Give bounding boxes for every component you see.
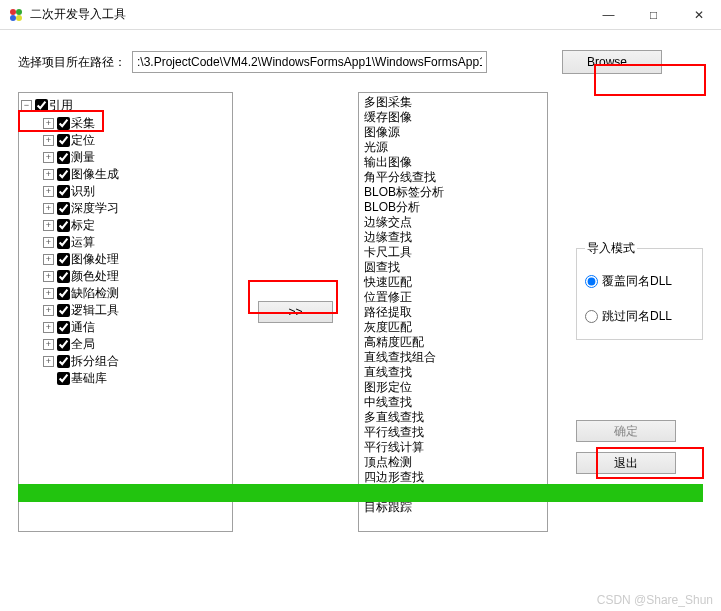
tree-item[interactable]: +图像生成 — [43, 166, 230, 183]
expand-icon[interactable]: + — [43, 152, 54, 163]
tree-item-label: 全局 — [71, 336, 95, 353]
list-item[interactable]: 直线查找组合 — [361, 350, 545, 365]
expand-icon[interactable]: + — [43, 237, 54, 248]
expand-icon[interactable]: + — [43, 356, 54, 367]
tree-item-checkbox[interactable] — [57, 185, 70, 198]
path-label: 选择项目所在路径： — [18, 54, 126, 71]
list-item[interactable]: 路径提取 — [361, 305, 545, 320]
list-item[interactable]: BLOB标签分析 — [361, 185, 545, 200]
svg-point-3 — [16, 15, 22, 21]
list-item[interactable]: 圆查找 — [361, 260, 545, 275]
maximize-button[interactable]: □ — [631, 0, 676, 29]
list-item[interactable]: 多直线查找 — [361, 410, 545, 425]
tree-item[interactable]: +全局 — [43, 336, 230, 353]
list-item[interactable]: 图像源 — [361, 125, 545, 140]
tree-item-checkbox[interactable] — [57, 219, 70, 232]
tree-item-checkbox[interactable] — [57, 168, 70, 181]
tree-item-checkbox[interactable] — [57, 202, 70, 215]
tree-item[interactable]: +通信 — [43, 319, 230, 336]
tree-item[interactable]: +逻辑工具 — [43, 302, 230, 319]
radio-overwrite[interactable]: 覆盖同名DLL — [585, 273, 694, 290]
tree-item[interactable]: +识别 — [43, 183, 230, 200]
list-item[interactable]: 光源 — [361, 140, 545, 155]
radio-skip-input[interactable] — [585, 310, 598, 323]
move-right-button[interactable]: >> — [258, 301, 333, 323]
tree-item-label: 缺陷检测 — [71, 285, 119, 302]
exit-button[interactable]: 退出 — [576, 452, 676, 474]
tree-item-checkbox[interactable] — [57, 151, 70, 164]
selected-list[interactable]: 多图采集缓存图像图像源光源输出图像角平分线查找BLOB标签分析BLOB分析边缘交… — [358, 92, 548, 532]
tree-item[interactable]: +基础库 — [43, 370, 230, 387]
list-item[interactable]: 缓存图像 — [361, 110, 545, 125]
tree-item-checkbox[interactable] — [57, 236, 70, 249]
expand-icon[interactable]: + — [43, 118, 54, 129]
project-path-input[interactable] — [132, 51, 487, 73]
expand-icon[interactable]: + — [43, 288, 54, 299]
list-item[interactable]: 卡尺工具 — [361, 245, 545, 260]
list-item[interactable]: BLOB分析 — [361, 200, 545, 215]
list-item[interactable]: 角平分线查找 — [361, 170, 545, 185]
tree-item-checkbox[interactable] — [57, 287, 70, 300]
list-item[interactable]: 四边形查找 — [361, 470, 545, 485]
tree-item[interactable]: +拆分组合 — [43, 353, 230, 370]
tree-item[interactable]: +深度学习 — [43, 200, 230, 217]
tree-item-label: 测量 — [71, 149, 95, 166]
tree-item[interactable]: +运算 — [43, 234, 230, 251]
expand-icon[interactable]: + — [43, 254, 54, 265]
expand-icon[interactable]: + — [43, 186, 54, 197]
expand-icon[interactable]: + — [43, 203, 54, 214]
tree-item[interactable]: +测量 — [43, 149, 230, 166]
tree-item[interactable]: +定位 — [43, 132, 230, 149]
tree-item[interactable]: +颜色处理 — [43, 268, 230, 285]
tree-item-checkbox[interactable] — [57, 270, 70, 283]
collapse-icon[interactable]: − — [21, 100, 32, 111]
tree-item-checkbox[interactable] — [57, 117, 70, 130]
list-item[interactable]: 高精度匹配 — [361, 335, 545, 350]
tree-item-checkbox[interactable] — [57, 338, 70, 351]
expand-icon[interactable]: + — [43, 135, 54, 146]
expand-icon[interactable]: + — [43, 305, 54, 316]
tree-item-checkbox[interactable] — [57, 372, 70, 385]
list-item[interactable]: 边缘查找 — [361, 230, 545, 245]
list-item[interactable]: 多图采集 — [361, 95, 545, 110]
expand-icon[interactable]: + — [43, 220, 54, 231]
expand-icon[interactable]: + — [43, 271, 54, 282]
tree-root[interactable]: − 引用 — [21, 97, 230, 114]
list-item[interactable]: 灰度匹配 — [361, 320, 545, 335]
tree-item[interactable]: +图像处理 — [43, 251, 230, 268]
list-item[interactable]: 直线查找 — [361, 365, 545, 380]
tree-item[interactable]: +缺陷检测 — [43, 285, 230, 302]
tree-root-checkbox[interactable] — [35, 99, 48, 112]
list-item[interactable]: 快速匹配 — [361, 275, 545, 290]
list-item[interactable]: 输出图像 — [361, 155, 545, 170]
close-button[interactable]: ✕ — [676, 0, 721, 29]
browse-button[interactable]: Browse... — [562, 50, 662, 74]
watermark: CSDN @Share_Shun — [597, 593, 713, 607]
list-item[interactable]: 图形定位 — [361, 380, 545, 395]
tree-item-checkbox[interactable] — [57, 355, 70, 368]
list-item[interactable]: 位置修正 — [361, 290, 545, 305]
list-item[interactable]: 目标跟踪 — [361, 500, 545, 515]
tree-item-checkbox[interactable] — [57, 134, 70, 147]
radio-skip[interactable]: 跳过同名DLL — [585, 308, 694, 325]
tree-item-label: 逻辑工具 — [71, 302, 119, 319]
list-item[interactable]: 边缘交点 — [361, 215, 545, 230]
tree-item[interactable]: +采集 — [43, 115, 230, 132]
expand-icon[interactable]: + — [43, 169, 54, 180]
list-item[interactable]: 顶点检测 — [361, 455, 545, 470]
tree-item-label: 运算 — [71, 234, 95, 251]
reference-tree[interactable]: − 引用 +采集+定位+测量+图像生成+识别+深度学习+标定+运算+图像处理+颜… — [18, 92, 233, 532]
radio-overwrite-input[interactable] — [585, 275, 598, 288]
list-item[interactable]: 平行线计算 — [361, 440, 545, 455]
tree-item-checkbox[interactable] — [57, 253, 70, 266]
window-title: 二次开发导入工具 — [30, 6, 586, 23]
list-item[interactable]: 中线查找 — [361, 395, 545, 410]
expand-icon[interactable]: + — [43, 322, 54, 333]
tree-item[interactable]: +标定 — [43, 217, 230, 234]
expand-icon[interactable]: + — [43, 339, 54, 350]
tree-item-checkbox[interactable] — [57, 321, 70, 334]
list-item[interactable]: 平行线查找 — [361, 425, 545, 440]
ok-button[interactable]: 确定 — [576, 420, 676, 442]
minimize-button[interactable]: — — [586, 0, 631, 29]
tree-item-checkbox[interactable] — [57, 304, 70, 317]
